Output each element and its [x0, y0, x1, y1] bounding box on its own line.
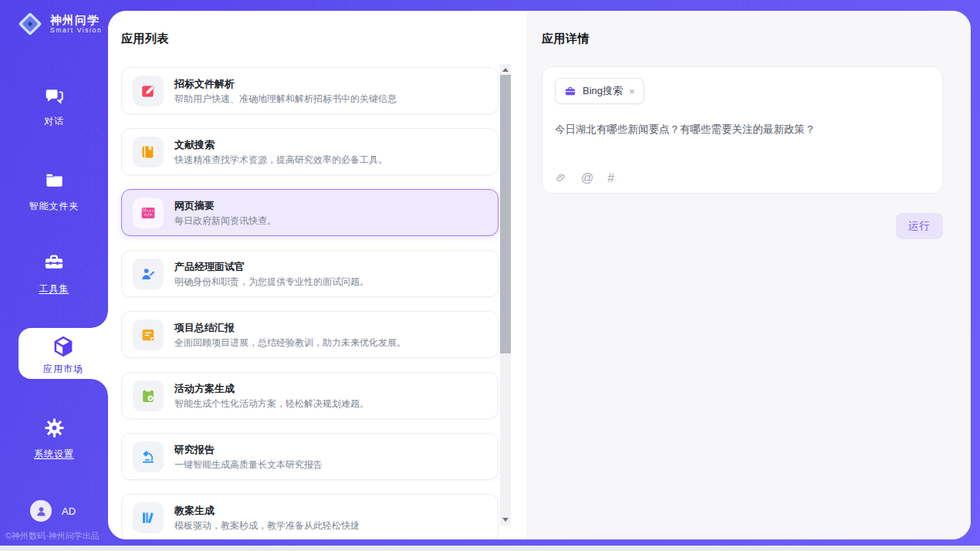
svg-text:</>: </> — [144, 211, 153, 217]
avatar — [30, 500, 52, 522]
app-icon-tile — [133, 76, 164, 106]
scrollbar-thumb[interactable] — [500, 75, 511, 353]
gear-icon — [44, 417, 65, 441]
sidebar-item-label: 系统设置 — [0, 448, 108, 461]
app-card-title: 教案生成 — [174, 505, 360, 516]
prompt-card: Bing搜索 × 今日湖北有哪些新闻要点？有哪些需要关注的最新政策？ @# — [542, 66, 943, 194]
sidebar-item-智能文件夹[interactable]: 智能文件夹 — [0, 170, 108, 213]
tool-tag-label: Bing搜索 — [583, 84, 623, 98]
app-card-title: 网页摘要 — [174, 201, 276, 211]
scroll-down-icon[interactable] — [502, 518, 509, 522]
paperclip-icon[interactable] — [556, 171, 567, 184]
app-card-description: 帮助用户快速、准确地理解和解析招标书中的关键信息 — [174, 94, 397, 103]
sidebar-item-工具集[interactable]: 工具集 — [0, 252, 108, 296]
user-avatar-icon — [35, 505, 48, 518]
app-card-title: 招标文件解析 — [174, 79, 397, 89]
app-card-title: 项目总结汇报 — [174, 323, 406, 333]
sidebar-item-label: 智能文件夹 — [0, 200, 108, 213]
prompt-input[interactable]: 今日湖北有哪些新闻要点？有哪些需要关注的最新政策？ — [555, 123, 930, 137]
app-window: 神州问学 Smart Vision 对话 智能文件夹 工具集 应用市场 系统设置 — [0, 0, 980, 551]
app-icon-tile: </> — [133, 198, 164, 228]
briefcase-icon — [564, 86, 576, 97]
brand: 神州问学 Smart Vision — [17, 11, 102, 37]
scroll-up-icon[interactable] — [502, 68, 509, 72]
app-card-description: 智能生成个性化活动方案，轻松解决规划难题。 — [174, 399, 369, 408]
app-card-招标文件解析[interactable]: 招标文件解析 帮助用户快速、准确地理解和解析招标书中的关键信息 — [121, 67, 498, 114]
app-list-panel: 应用列表 招标文件解析 帮助用户快速、准确地理解和解析招标书中的关键信息 文献搜… — [108, 11, 526, 539]
app-card-description: 模板驱动，教案秒成，教学准备从此轻松快捷 — [174, 521, 360, 530]
sidebar-item-label: 对话 — [0, 115, 108, 128]
sidebar-item-label: 工具集 — [0, 282, 108, 296]
app-card-研究报告[interactable]: 研究报告 一键智能生成高质量长文本研究报告 — [121, 433, 498, 480]
app-icon-tile — [133, 319, 164, 350]
app-card-title: 产品经理面试官 — [174, 262, 369, 272]
folder-icon — [44, 170, 65, 193]
app-icon-tile — [133, 380, 164, 411]
app-list: 招标文件解析 帮助用户快速、准确地理解和解析招标书中的关键信息 文献搜索 快速精… — [121, 67, 498, 539]
app-card-活动方案生成[interactable]: 活动方案生成 智能生成个性化活动方案，轻松解决规划难题。 — [121, 372, 498, 419]
bottom-edge-strip — [0, 546, 980, 551]
app-card-文献搜索[interactable]: 文献搜索 快速精准查找学术资源，提高研究效率的必备工具。 — [121, 128, 498, 175]
app-card-title: 文献搜索 — [174, 140, 387, 150]
app-icon-tile — [133, 137, 164, 167]
close-icon[interactable]: × — [629, 86, 635, 96]
sidebar-item-对话[interactable]: 对话 — [0, 85, 108, 128]
cube-icon — [52, 335, 75, 358]
app-card-产品经理面试官[interactable]: 产品经理面试官 明确身份和职责，为您提供专业性的面试问题。 — [121, 250, 498, 297]
app-list-title: 应用列表 — [121, 32, 526, 46]
app-icon-tile — [133, 502, 164, 533]
copyright-footer: ©神州数码·神州问学出品 — [5, 530, 100, 542]
user-name: AD — [62, 505, 76, 517]
at-icon[interactable]: @ — [581, 172, 593, 184]
app-card-description: 全面回顾项目进展，总结经验教训，助力未来优化发展。 — [174, 338, 406, 347]
app-detail-title: 应用详情 — [542, 32, 943, 46]
gem-logo-icon — [17, 11, 43, 37]
app-card-title: 研究报告 — [174, 445, 323, 455]
app-card-description: 快速精准查找学术资源，提高研究效率的必备工具。 — [174, 155, 387, 164]
app-card-description: 明确身份和职责，为您提供专业性的面试问题。 — [174, 277, 369, 286]
sidebar: 神州问学 Smart Vision 对话 智能文件夹 工具集 应用市场 系统设置 — [0, 0, 108, 551]
app-card-description: 一键智能生成高质量长文本研究报告 — [174, 460, 323, 469]
app-detail-panel: 应用详情 Bing搜索 × 今日湖北有哪些新闻要点？有哪些需要关注的最新政策？ … — [526, 11, 971, 539]
sidebar-item-系统设置[interactable]: 系统设置 — [0, 417, 108, 461]
app-icon-tile — [133, 259, 164, 289]
app-icon-tile — [133, 441, 164, 472]
app-card-title: 活动方案生成 — [174, 384, 369, 394]
toolbox-icon — [43, 252, 65, 276]
sidebar-item-label: 应用市场 — [19, 363, 108, 376]
app-card-项目总结汇报[interactable]: 项目总结汇报 全面回顾项目进展，总结经验教训，助力未来优化发展。 — [121, 311, 498, 358]
sidebar-item-应用市场[interactable]: 应用市场 — [19, 328, 108, 379]
brand-subtitle: Smart Vision — [50, 26, 102, 34]
app-card-description: 每日政府新闻资讯快查。 — [174, 216, 276, 225]
run-button[interactable]: 运行 — [896, 213, 943, 239]
hash-icon[interactable]: # — [607, 172, 614, 184]
prompt-toolbar: @# — [556, 171, 614, 184]
app-card-教案生成[interactable]: 教案生成 模板驱动，教案秒成，教学准备从此轻松快捷 — [121, 494, 498, 539]
chat-icon — [44, 85, 65, 108]
app-card-网页摘要[interactable]: </> 网页摘要 每日政府新闻资讯快查。 — [121, 189, 498, 236]
tool-tag-bing-search[interactable]: Bing搜索 × — [555, 78, 644, 104]
brand-name: 神州问学 — [50, 14, 102, 27]
user-row[interactable]: AD — [30, 500, 76, 522]
main-panel: 应用列表 招标文件解析 帮助用户快速、准确地理解和解析招标书中的关键信息 文献搜… — [108, 11, 971, 539]
app-list-scrollbar[interactable] — [500, 64, 511, 526]
